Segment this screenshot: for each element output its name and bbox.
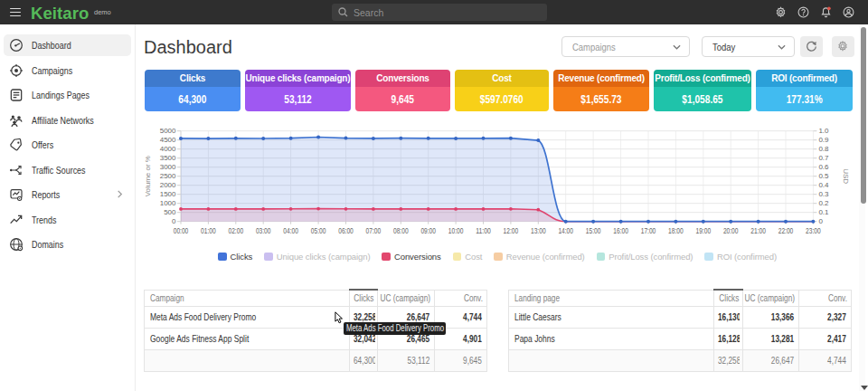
svg-text:17:00: 17:00: [641, 226, 656, 235]
svg-text:00:00: 00:00: [174, 226, 189, 235]
svg-text:2000: 2000: [160, 181, 176, 189]
svg-text:0.6: 0.6: [818, 163, 829, 171]
svg-text:22:00: 22:00: [778, 226, 794, 235]
svg-text:4000: 4000: [160, 145, 176, 153]
svg-text:0.5: 0.5: [818, 172, 829, 180]
svg-text:USD: USD: [842, 168, 850, 184]
svg-text:04:00: 04:00: [283, 226, 298, 235]
svg-text:15:00: 15:00: [586, 226, 601, 235]
svg-text:14:00: 14:00: [558, 226, 573, 235]
svg-text:18:00: 18:00: [668, 226, 684, 235]
svg-text:5000: 5000: [160, 127, 176, 135]
svg-text:21:00: 21:00: [750, 226, 766, 235]
svg-text:1.0: 1.0: [818, 127, 829, 135]
svg-text:06:00: 06:00: [338, 226, 354, 235]
svg-text:0.1: 0.1: [818, 208, 829, 216]
svg-text:0.7: 0.7: [818, 154, 829, 162]
svg-text:0.9: 0.9: [818, 136, 829, 144]
svg-text:3000: 3000: [160, 163, 176, 171]
svg-text:02:00: 02:00: [229, 226, 244, 235]
svg-text:19:00: 19:00: [696, 226, 712, 235]
svg-text:03:00: 03:00: [256, 226, 271, 235]
svg-text:1000: 1000: [160, 199, 176, 207]
svg-text:0.4: 0.4: [818, 181, 829, 189]
svg-text:08:00: 08:00: [393, 226, 409, 235]
svg-text:01:00: 01:00: [201, 226, 216, 235]
svg-text:09:00: 09:00: [420, 226, 436, 235]
svg-text:07:00: 07:00: [366, 226, 382, 235]
svg-text:12:00: 12:00: [504, 226, 519, 235]
svg-text:3500: 3500: [160, 154, 176, 162]
svg-text:0.3: 0.3: [818, 190, 829, 198]
svg-text:0.8: 0.8: [818, 145, 829, 153]
svg-text:4500: 4500: [160, 136, 176, 144]
svg-text:23:00: 23:00: [806, 226, 821, 235]
svg-text:2500: 2500: [160, 172, 176, 180]
svg-text:500: 500: [164, 208, 176, 216]
svg-text:13:00: 13:00: [531, 226, 546, 235]
svg-text:0: 0: [172, 217, 176, 225]
svg-text:10:00: 10:00: [448, 226, 464, 235]
svg-text:0: 0: [818, 217, 823, 225]
svg-text:20:00: 20:00: [723, 226, 739, 235]
svg-text:1500: 1500: [160, 190, 176, 198]
svg-text:16:00: 16:00: [613, 226, 628, 235]
svg-text:11:00: 11:00: [476, 226, 491, 235]
svg-text:0.2: 0.2: [818, 199, 829, 207]
svg-text:Volume or %: Volume or %: [144, 156, 152, 196]
svg-text:05:00: 05:00: [311, 226, 326, 235]
